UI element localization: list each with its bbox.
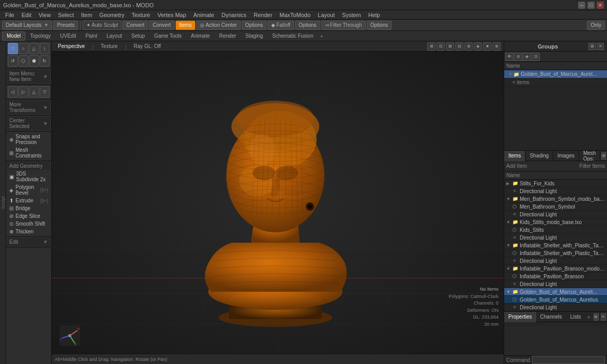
close-button[interactable]: ✕ (597, 2, 604, 9)
only-button[interactable]: Only (587, 21, 605, 30)
tab-staging[interactable]: Staging (241, 31, 268, 41)
menu-select[interactable]: Select (55, 10, 77, 20)
tool-cube[interactable]: □ (8, 43, 18, 54)
menu-view[interactable]: View (36, 10, 54, 20)
items-tree-dir-light-5[interactable]: ☀ Directional Light (504, 280, 607, 288)
vp-icon-4[interactable]: ⊟ (455, 42, 463, 51)
edit-title[interactable]: Edit ▼ (7, 238, 50, 246)
viewport-perspective-tab[interactable]: Perspective (55, 43, 88, 49)
items-tree-stilts-folder[interactable]: ▶ 📁 Stilts_For_Kids (504, 180, 607, 187)
bridge-item[interactable]: ⊟ Bridge (7, 204, 50, 212)
action-center-button[interactable]: ◎ Action Center (196, 21, 241, 30)
vp-icon-7[interactable]: ★ (483, 42, 491, 51)
tab-paint[interactable]: Paint (81, 31, 102, 41)
tab-render[interactable]: Render (214, 31, 241, 41)
items-tree-golden-bust-mesh[interactable]: ⬡ Golden_Bust_of_Marcus_Aurelius (504, 296, 607, 304)
tab-game-tools[interactable]: Game Tools (149, 31, 186, 41)
convert-button-1[interactable]: Convert (122, 21, 148, 30)
items-tree-inflatable-shelter-mesh[interactable]: ⬡ Inflatable_Shelter_with_Plastic_Table (504, 249, 607, 257)
add-tab-plus[interactable]: + (585, 314, 592, 320)
vp-icon-8[interactable]: ⊕ (492, 42, 501, 51)
scene-3d[interactable]: No Items Polygons: Catmull-Clark Channel… (52, 52, 504, 354)
items-tree-golden-bust-folder[interactable]: ▼ 📁 Golden_Bust_of_Marcus_Aureli... (504, 288, 607, 296)
lists-tab[interactable]: Lists (566, 312, 585, 322)
center-selected-title[interactable]: Center Selected ▼ (7, 117, 50, 130)
menu-vertex-map[interactable]: Vertex Map (154, 10, 190, 20)
convert-button-2[interactable]: Convert (149, 21, 174, 30)
menu-help[interactable]: Help (365, 10, 383, 20)
items-tree-kids-stilts-mesh[interactable]: ⬡ Kids_Stilts (504, 226, 607, 234)
tab-topology[interactable]: Topology (25, 31, 55, 41)
falloff-button[interactable]: ◆ Falloff (268, 21, 294, 30)
menu-render[interactable]: Render (251, 10, 275, 20)
tab-uvedit[interactable]: UVEdit (55, 31, 81, 41)
tool-triangle[interactable]: △ (29, 43, 39, 54)
items-tree-men-bathroom-folder[interactable]: ▼ 📁 Men_Bathroom_Symbol_modo_base.lxo (504, 195, 607, 203)
options-button-3[interactable]: Options (367, 21, 392, 30)
menu-animate[interactable]: Animate (190, 10, 217, 20)
menu-item[interactable]: Item (78, 10, 95, 20)
viewport-texture-tab[interactable]: Texture (98, 43, 121, 49)
groups-expand-icon[interactable]: ⊞ (588, 43, 596, 50)
add-geometry-title[interactable]: Add Geometry (7, 162, 50, 170)
props-close-icon[interactable]: ✕ (601, 313, 606, 321)
tool-hex2[interactable]: ⬟ (29, 55, 39, 67)
filter-through-button[interactable]: ⇒ Filter Through (321, 21, 366, 30)
command-input[interactable] (532, 356, 605, 364)
mesh-constraints-item[interactable]: ⊞ Mesh Constraints (7, 146, 50, 160)
options-button-2[interactable]: Options (295, 21, 320, 30)
groups-icon-2[interactable]: ⊘ (514, 53, 522, 61)
layout-dropdown[interactable]: Default Layouts ▼ (2, 21, 52, 30)
menu-dynamics[interactable]: Dynamics (219, 10, 250, 20)
group-golden-bust[interactable]: ▼ 📁 Golden_Bust_of_Marcus_Aurel... (504, 70, 607, 78)
vp-icon-3[interactable]: ⊠ (446, 42, 454, 51)
groups-icon-4[interactable]: ⊡ (532, 53, 540, 61)
menu-file[interactable]: File (2, 10, 18, 20)
groups-icon-3[interactable]: ◈ (523, 53, 531, 61)
tool-rotate[interactable]: ↺ (8, 55, 18, 67)
tool-d[interactable]: ▽ (40, 86, 50, 98)
items-tree-inflatable-pavilion-mesh[interactable]: ⬡ Inflatable_Pavilion_Branson (504, 273, 607, 280)
items-panel-expand-icon[interactable]: ⊞ (601, 152, 606, 160)
mesh-ops-tab[interactable]: Mesh Ops: (579, 151, 600, 161)
tab-schematic-fusion[interactable]: Schematic Fusion (268, 31, 318, 41)
items-tree-men-bathroom-mesh[interactable]: ⬡ Men_Bathroom_Symbol (504, 203, 607, 211)
tool-b[interactable]: ▷ (19, 86, 29, 98)
minimize-button[interactable]: ─ (578, 2, 585, 9)
tab-model[interactable]: Model (2, 31, 25, 41)
groups-icon-1[interactable]: 👁 (505, 53, 513, 61)
snaps-item[interactable]: ⊕ Snaps and Precision (7, 133, 50, 146)
tab-animate[interactable]: Animate (186, 31, 215, 41)
properties-tab[interactable]: Properties (504, 312, 536, 322)
tool-arrow[interactable]: ↕ (40, 43, 50, 54)
items-tree-dir-light-3[interactable]: ☀ Directional Light (504, 234, 607, 242)
options-button-1[interactable]: Options (242, 21, 267, 30)
shading-tab[interactable]: Shading (525, 151, 553, 161)
convert-button-3[interactable]: Items (176, 21, 195, 30)
items-tree-kids-stilts-folder[interactable]: ▼ 📁 Kids_Stilts_modo_base.lxo (504, 218, 607, 226)
groups-close-icon[interactable]: ✕ (597, 43, 604, 50)
maximize-button[interactable]: □ (587, 2, 595, 9)
add-tab-button[interactable]: + (320, 33, 323, 39)
extrude-item[interactable]: ⬆ Extrude [§+] (7, 197, 50, 204)
item-menu-title[interactable]: Item Menu: New Item ▼ (7, 70, 50, 83)
props-expand-icon[interactable]: ⊞ (594, 313, 599, 321)
menu-system[interactable]: System (339, 10, 364, 20)
images-tab[interactable]: Images (553, 151, 579, 161)
smooth-shift-item[interactable]: ⊙ Smooth Shift (7, 220, 50, 228)
tool-hex1[interactable]: ⬡ (19, 55, 29, 67)
menu-maxtomodo[interactable]: MaxToModo (276, 10, 314, 20)
items-tree-dir-light-1[interactable]: ☀ Directional Light (504, 187, 607, 195)
tab-setup[interactable]: Setup (127, 31, 149, 41)
tool-sphere[interactable]: ○ (19, 43, 29, 54)
vp-icon-5[interactable]: ⊗ (464, 42, 473, 51)
tool-a[interactable]: ◁ (8, 86, 18, 98)
group-child-items[interactable]: < items (504, 78, 607, 87)
menu-geometry[interactable]: Geometry (96, 10, 127, 20)
3ds-subdivide-item[interactable]: ▣ 3DS Subdivide 2x (7, 170, 50, 183)
items-tab[interactable]: Items (504, 151, 525, 161)
presets-button[interactable]: Presets (53, 21, 78, 30)
vp-icon-6[interactable]: ◈ (474, 42, 482, 51)
auto-sculpt-button[interactable]: ✦ Auto Sculpt (83, 21, 121, 30)
more-transforms-title[interactable]: More Transforms ▼ (7, 101, 50, 114)
